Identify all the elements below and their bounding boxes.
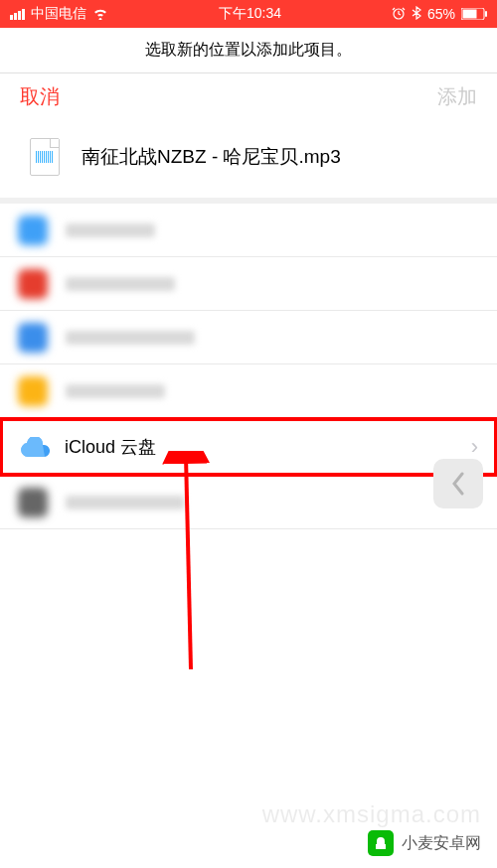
file-name: 南征北战NZBZ - 哈尼宝贝.mp3 [82,144,341,170]
chevron-left-icon [450,472,466,496]
list-item[interactable] [0,204,497,257]
page-title: 选取新的位置以添加此项目。 [0,28,497,73]
cancel-button[interactable]: 取消 [20,83,60,110]
wifi-icon [92,8,108,20]
watermark-text: 小麦安卓网 [402,833,481,854]
floating-back-button[interactable] [433,459,483,508]
alarm-icon [392,6,406,23]
file-card: 南征北战NZBZ - 哈尼宝贝.mp3 [0,124,497,198]
list-item[interactable] [0,311,497,364]
svg-rect-3 [485,11,487,17]
location-list: iCloud 云盘 › [0,204,497,529]
watermark-logo-icon [368,830,394,856]
status-right: 65% [392,6,487,23]
status-left: 中国电信 [10,5,108,23]
list-item[interactable] [0,257,497,311]
signal-icon [10,9,25,20]
list-item-icloud[interactable]: iCloud 云盘 › [0,418,497,476]
list-item[interactable] [0,476,497,529]
watermark-url: www.xmsigma.com [262,800,481,828]
list-item[interactable] [0,364,497,418]
bluetooth-icon [412,6,421,23]
watermark: 小麦安卓网 [368,830,481,856]
chevron-right-icon: › [471,434,478,460]
cloud-icon [21,432,51,462]
status-bar: 中国电信 下午10:34 65% [0,0,497,28]
icloud-label: iCloud 云盘 [65,435,156,459]
carrier-label: 中国电信 [31,5,86,23]
status-time: 下午10:34 [219,5,281,23]
nav-bar: 取消 添加 [0,73,497,124]
add-button[interactable]: 添加 [437,83,477,110]
svg-rect-2 [462,10,476,19]
battery-percent: 65% [427,6,455,22]
battery-icon [461,8,487,20]
audio-file-icon [30,138,60,176]
